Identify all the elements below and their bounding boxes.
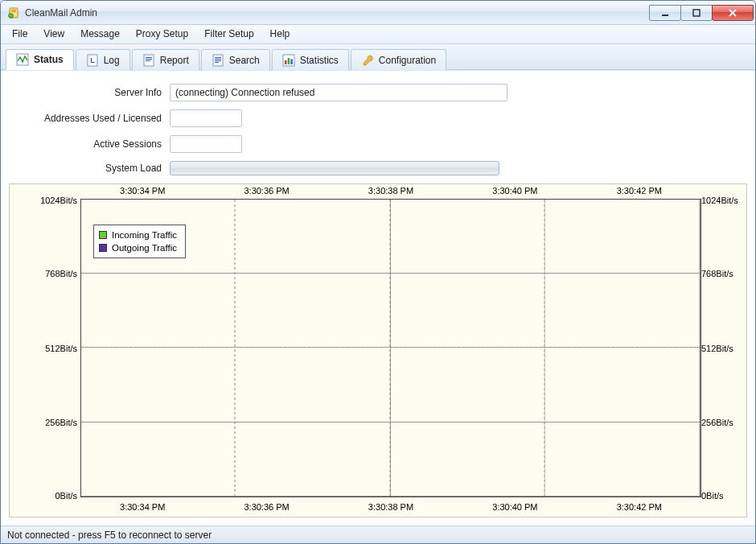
search-icon: [212, 54, 224, 67]
y-tick-2-left: 512Bit/s: [13, 344, 77, 353]
menu-help[interactable]: Help: [262, 25, 298, 43]
statistics-icon: [282, 54, 295, 67]
status-bar-text: Not connected - press F5 to reconnect to…: [7, 530, 212, 541]
sessions-field: [170, 135, 242, 153]
tab-statistics-label: Statistics: [300, 55, 339, 66]
app-icon: [7, 6, 20, 19]
y-tick-4-left: 1024Bit/s: [13, 196, 77, 205]
content-area: Server Info (connecting) Connection refu…: [1, 70, 755, 525]
svg-rect-16: [215, 60, 221, 61]
legend-outgoing-label: Outgoing Traffic: [112, 241, 177, 254]
svg-rect-17: [215, 62, 219, 63]
tab-configuration[interactable]: Configuration: [351, 49, 446, 70]
tab-strip: Status L Log Report Search Statistics: [1, 44, 755, 70]
y-tick-3-right: 768Bit/s: [701, 269, 743, 278]
svg-rect-19: [285, 60, 287, 64]
close-button[interactable]: [712, 5, 754, 21]
svg-point-3: [9, 13, 14, 18]
report-icon: [142, 54, 155, 67]
tab-search[interactable]: Search: [201, 49, 270, 70]
tab-log[interactable]: L Log: [76, 49, 130, 70]
svg-rect-10: [146, 57, 152, 58]
x-tick-0-bot: 3:30:34 PM: [120, 502, 165, 512]
x-tick-0-top: 3:30:34 PM: [120, 186, 165, 196]
x-tick-3-top: 3:30:40 PM: [492, 186, 537, 196]
x-tick-2-bot: 3:30:38 PM: [368, 502, 413, 512]
addresses-label: Addresses Used / Licensed: [9, 113, 170, 124]
tab-configuration-label: Configuration: [379, 55, 436, 66]
system-load-label: System Load: [9, 163, 170, 174]
status-bar: Not connected - press F5 to reconnect to…: [1, 525, 755, 543]
svg-rect-20: [287, 58, 290, 64]
y-tick-4-right: 1024Bit/s: [701, 196, 743, 205]
app-window: CleanMail Admin File View Message Proxy …: [0, 0, 756, 544]
tab-status[interactable]: Status: [6, 49, 74, 70]
svg-text:L: L: [90, 56, 95, 64]
y-tick-1-left: 256Bit/s: [13, 418, 77, 427]
wrench-icon: [361, 54, 374, 67]
y-tick-3-left: 768Bit/s: [13, 269, 77, 278]
x-tick-1-top: 3:30:36 PM: [244, 186, 289, 196]
server-info-field: (connecting) Connection refused: [170, 84, 507, 101]
y-tick-0-left: 0Bit/s: [13, 491, 77, 501]
title-bar: CleanMail Admin: [1, 1, 755, 25]
svg-rect-11: [146, 59, 152, 60]
maximize-button[interactable]: [680, 5, 713, 21]
svg-rect-1: [11, 10, 16, 10]
traffic-chart: 1024Bit/s 768Bit/s 512Bit/s 256Bit/s 0Bi…: [9, 183, 747, 517]
status-form: Server Info (connecting) Connection refu…: [9, 84, 747, 183]
svg-rect-12: [146, 60, 150, 61]
legend-outgoing-swatch: [99, 244, 107, 252]
x-tick-4-top: 3:30:42 PM: [617, 186, 662, 196]
menu-filter-setup[interactable]: Filter Setup: [196, 25, 261, 43]
menu-proxy-setup[interactable]: Proxy Setup: [128, 25, 196, 43]
server-info-label: Server Info: [9, 87, 170, 98]
window-controls: [650, 5, 754, 21]
minimize-button[interactable]: [649, 5, 681, 21]
svg-rect-5: [693, 10, 700, 16]
y-tick-1-right: 256Bit/s: [701, 418, 743, 427]
tab-log-label: Log: [104, 55, 120, 66]
legend-incoming-swatch: [99, 231, 107, 239]
x-tick-4-bot: 3:30:42 PM: [617, 502, 662, 512]
svg-rect-4: [662, 14, 668, 16]
system-load-bar: [170, 161, 499, 175]
x-tick-3-bot: 3:30:40 PM: [492, 502, 537, 512]
tab-report[interactable]: Report: [132, 49, 199, 70]
server-info-value: (connecting) Connection refused: [175, 87, 314, 98]
log-icon: L: [86, 54, 99, 67]
menu-view[interactable]: View: [35, 25, 72, 43]
x-tick-1-bot: 3:30:36 PM: [244, 502, 289, 512]
y-tick-2-right: 512Bit/s: [701, 344, 743, 353]
menu-bar: File View Message Proxy Setup Filter Set…: [1, 25, 755, 44]
y-tick-0-right: 0Bit/s: [701, 491, 743, 501]
x-tick-2-top: 3:30:38 PM: [368, 186, 413, 196]
chart-legend: Incoming Traffic Outgoing Traffic: [93, 225, 186, 258]
tab-report-label: Report: [160, 55, 189, 66]
sessions-label: Active Sessions: [9, 138, 170, 150]
tab-statistics[interactable]: Statistics: [272, 49, 349, 70]
legend-incoming-label: Incoming Traffic: [112, 229, 177, 241]
tab-status-label: Status: [34, 54, 64, 65]
addresses-field: [170, 109, 242, 127]
status-icon: [16, 53, 29, 66]
window-title: CleanMail Admin: [25, 7, 650, 19]
menu-message[interactable]: Message: [72, 25, 128, 43]
svg-rect-21: [290, 59, 293, 64]
svg-rect-15: [215, 59, 221, 60]
svg-rect-2: [11, 11, 16, 12]
menu-file[interactable]: File: [4, 25, 35, 43]
svg-rect-14: [215, 57, 221, 58]
tab-search-label: Search: [229, 55, 260, 66]
